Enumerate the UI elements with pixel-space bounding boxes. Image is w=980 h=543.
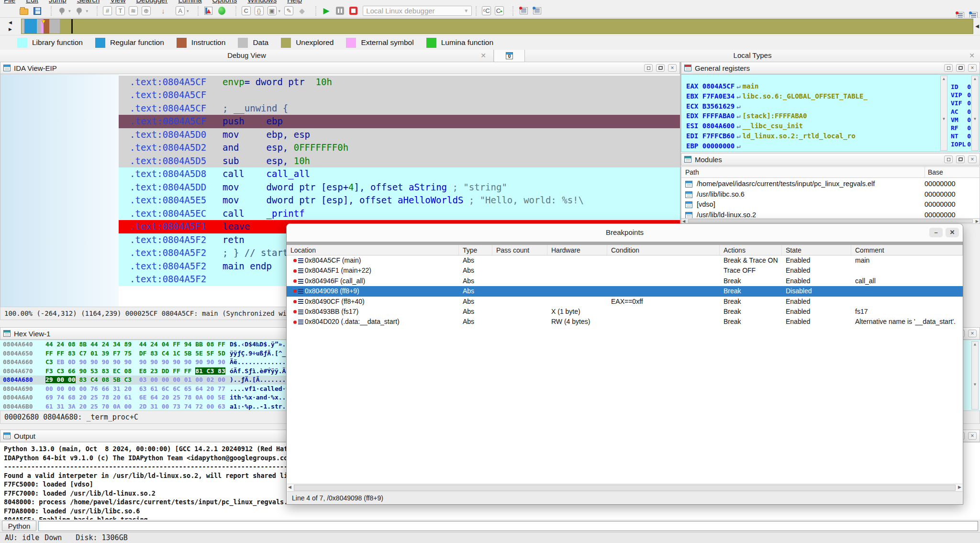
register-value[interactable]: 0804A5CF — [702, 82, 735, 90]
enter-arrow-icon[interactable]: ↵ — [735, 122, 742, 130]
save-icon[interactable] — [33, 6, 42, 16]
modules-panel[interactable]: /home/pavel/idasrc/current/tests/input/p… — [681, 178, 980, 218]
disassembly-line[interactable]: .text:0804A5E5mov dword ptr [esp], offse… — [119, 194, 680, 207]
chevron-down-icon[interactable]: ▾ — [86, 9, 89, 13]
flags-scrollbar[interactable]: ▲▼ — [971, 76, 979, 151]
ida-view-header[interactable]: IDA View-EIP × — [0, 62, 680, 74]
register-value[interactable]: F7FA0E34 — [702, 92, 735, 100]
trace-list-icon[interactable] — [532, 6, 542, 16]
bp-column-location[interactable]: Location — [287, 245, 459, 255]
close-icon[interactable]: × — [968, 330, 977, 337]
disassembly-line[interactable]: .text:0804A5D8call call_all — [119, 167, 680, 181]
navigation-band[interactable]: ▼ — [21, 19, 973, 34]
restore-icon[interactable] — [944, 155, 953, 163]
enter-arrow-icon[interactable]: ↵ — [735, 82, 742, 90]
disassembly-line[interactable]: .text:0804A5CF — [119, 89, 680, 102]
flag-row[interactable]: AC0 — [951, 108, 971, 116]
close-icon[interactable]: ✕ — [946, 228, 959, 237]
register-row[interactable]: EAX 0804A5CF↵main — [686, 82, 758, 92]
flag-row[interactable]: VIF0 — [951, 100, 971, 108]
close-icon[interactable]: × — [968, 432, 977, 440]
minimize-icon[interactable]: – — [929, 228, 943, 237]
close-icon[interactable]: ✕ — [968, 51, 976, 60]
register-row[interactable]: EDI F7FFCB60↵ld_linux.so.2:_rtld_local_r… — [686, 132, 856, 142]
flag-row[interactable]: VM0 — [951, 116, 971, 124]
nav-right-arrow[interactable]: ◀ — [975, 23, 979, 29]
diamond-icon[interactable]: ◆ — [297, 6, 307, 16]
breakpoint-row[interactable]: 0x8049098 (ff8+9)AbsBreakDisabled — [287, 286, 963, 296]
breakpoint-row[interactable]: 0x80493BB (fs17)AbsX (1 byte)BreakEnable… — [287, 307, 963, 317]
open-file-icon[interactable] — [19, 6, 29, 16]
windows-layout-icon[interactable]: ▣ — [267, 6, 277, 15]
disassembly-line[interactable]: .text:0804A5CFenvp= dword ptr 10h — [119, 76, 680, 89]
stop-process-icon[interactable] — [348, 6, 358, 16]
modules-col-base[interactable]: Base — [924, 167, 943, 177]
close-icon[interactable]: × — [668, 64, 677, 72]
menu-windows[interactable]: Windows — [247, 0, 277, 4]
breakpoints-hscrollbar[interactable]: ◀▶ — [287, 484, 962, 491]
restore-icon[interactable] — [644, 64, 653, 72]
flag-row[interactable]: ID0 — [951, 83, 971, 91]
modules-col-path[interactable]: Path — [685, 167, 699, 177]
register-row[interactable]: EDX FFFFABA0↵[stack]:FFFFABA0 — [686, 112, 807, 122]
breakpoint-row[interactable]: 0x804A5CF (main)AbsBreak & Trace ONEnabl… — [287, 255, 963, 266]
breakpoint-list-icon[interactable] — [519, 6, 528, 16]
disassembly-line[interactable]: .text:0804A5CF; __unwind { — [119, 102, 680, 115]
enter-arrow-icon[interactable]: ↵ — [735, 102, 742, 110]
menu-options[interactable]: Options — [212, 0, 237, 4]
close-icon[interactable]: × — [968, 64, 977, 72]
bp-column-actions[interactable]: Actions — [720, 245, 782, 255]
menu-view[interactable]: View — [110, 0, 125, 4]
debugger-selector[interactable]: Local Linux debugger ▼ — [363, 6, 472, 16]
jump-address-icon[interactable]: ↓ — [158, 6, 168, 16]
register-row[interactable]: EBX F7FA0E34↵libc.so.6:_GLOBAL_OFFSET_TA… — [686, 92, 868, 102]
chart-icon[interactable] — [204, 6, 213, 16]
names-window-icon[interactable]: # — [103, 6, 112, 15]
strings-window-icon[interactable]: ≋ — [129, 6, 138, 15]
module-row[interactable]: /usr/lib/libc.so.600000000 — [681, 189, 980, 199]
text-mode-icon[interactable]: A — [176, 6, 185, 15]
breakpoint-row[interactable]: 0x804946F (call_all)AbsBreakEnabledcall_… — [287, 276, 963, 286]
menu-help[interactable]: Help — [287, 0, 302, 4]
module-row[interactable]: /usr/lib/ld-linux.so.200000000 — [681, 210, 980, 218]
attach-debugger-icon[interactable]: ᶜC — [482, 6, 491, 15]
float-icon[interactable] — [656, 64, 665, 72]
registers-panel[interactable]: ▲▼ ID0VIP0VIF0AC0VM0RF0NT0IOPL0 ▲▼ EAX 0… — [681, 74, 980, 152]
restore-icon[interactable] — [944, 64, 953, 72]
breakpoint-row[interactable]: 0x80490CF (ff8+40)AbsEAX==0xffBreakEnabl… — [287, 297, 963, 307]
flag-row[interactable]: RF0 — [951, 124, 971, 133]
disassembly-line[interactable]: .text:0804A5D5sub esp, 10h — [119, 155, 680, 168]
nav-position-marker[interactable]: ▼ — [41, 18, 46, 25]
register-value[interactable]: FFFFABA0 — [702, 112, 735, 120]
breakpoints-dialog-titlebar[interactable]: Breakpoints – ✕ — [287, 224, 963, 242]
register-row[interactable]: ECX B3561629↵ — [686, 102, 743, 112]
flags-panel[interactable]: ID0VIP0VIF0AC0VM0RF0NT0IOPL0 — [951, 75, 971, 152]
module-row[interactable]: /home/pavel/idasrc/current/tests/input/p… — [681, 179, 980, 189]
tab-debug-view[interactable]: Debug View ✕ — [0, 50, 494, 62]
bp-column-comment[interactable]: Comment — [851, 245, 963, 255]
types-window-icon[interactable]: T — [116, 6, 125, 15]
bp-column-hardware[interactable]: Hardware — [547, 245, 607, 255]
jump-back-icon[interactable] — [57, 6, 67, 16]
start-process-icon[interactable]: ▶ — [322, 6, 331, 16]
close-icon[interactable]: × — [968, 155, 977, 163]
tab-local-types[interactable]: Local Types ✕ — [525, 50, 980, 62]
chevron-down-icon[interactable]: ▾ — [68, 9, 71, 13]
continue-debugger-icon[interactable]: C▸ — [495, 6, 504, 15]
create-function-icon[interactable]: ⊕ — [142, 6, 151, 15]
breakpoint-row[interactable]: 0x804D020 (.data:__data_start)AbsRW (4 b… — [287, 317, 963, 327]
disassembly-line[interactable]: .text:0804A5CFpush ebp — [119, 115, 680, 128]
menu-file[interactable]: File — [4, 0, 15, 4]
menu-search[interactable]: Search — [77, 0, 100, 4]
modules-header[interactable]: Modules × — [681, 153, 980, 166]
flag-row[interactable]: NT0 — [951, 133, 971, 141]
menu-lumina[interactable]: Lumina — [178, 0, 201, 4]
register-value[interactable]: 00000000 — [702, 142, 735, 150]
register-value[interactable]: B3561629 — [702, 102, 735, 110]
disassembly-line[interactable]: .text:0804A5DDmov dword ptr [esp+4], off… — [119, 181, 680, 194]
enter-arrow-icon[interactable]: ↵ — [735, 92, 742, 100]
bp-column-condition[interactable]: Condition — [607, 245, 720, 255]
flag-row[interactable]: VIP0 — [951, 91, 971, 100]
hex-scrollbar[interactable]: ▲▼ — [971, 341, 979, 410]
disassembly-line[interactable]: .text:0804A5ECcall _printf — [119, 207, 680, 221]
